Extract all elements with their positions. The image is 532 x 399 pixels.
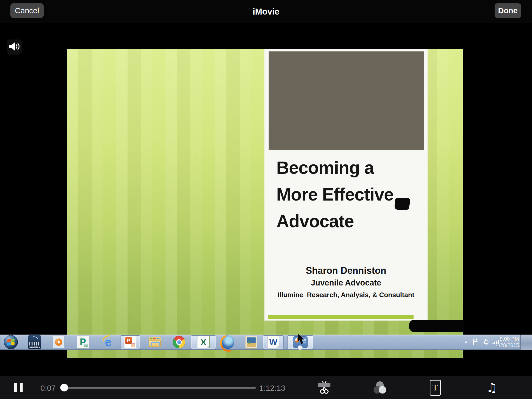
- slide-accent-bar: [268, 315, 414, 319]
- trim-button[interactable]: [317, 381, 331, 394]
- playback-bar: 0:07 1:12:13 T ♫: [0, 376, 532, 399]
- audio-overlay-button[interactable]: [7, 39, 22, 55]
- filters-icon: [373, 381, 387, 394]
- black-ribbon: [409, 320, 464, 332]
- current-time: 0:07: [38, 384, 58, 393]
- excel-taskbar-button: X: [191, 335, 216, 349]
- done-button[interactable]: Done: [495, 3, 521, 18]
- ie-icon: e: [102, 336, 115, 349]
- top-navigation-bar: iMovie Cancel Done: [0, 0, 532, 23]
- scrubber-track[interactable]: [64, 387, 256, 389]
- slide-image-placeholder: [269, 51, 424, 150]
- scrubber-knob[interactable]: [60, 384, 68, 391]
- powerpoint-taskbar-button: P: [120, 335, 140, 349]
- windows-logo-icon: [4, 335, 18, 349]
- play-icon: [58, 340, 61, 344]
- imovie-screen: iMovie Cancel Done Becoming a More Effec…: [0, 0, 532, 399]
- publisher-icon: P: [76, 336, 89, 349]
- tray-time: 8:00 PM: [480, 336, 519, 342]
- filters-button[interactable]: [373, 381, 387, 394]
- music-button[interactable]: ♫: [485, 381, 498, 394]
- highlight-cursor-blob: [394, 198, 410, 210]
- chrome-icon: [172, 336, 185, 349]
- tray-expand-icon: ▲: [464, 339, 468, 344]
- pause-button[interactable]: [14, 383, 23, 392]
- page-title: iMovie: [0, 0, 532, 23]
- windows-taskbar: 4GWiMAX P e P: [0, 335, 532, 350]
- slide-title-line: Becoming a: [276, 154, 394, 181]
- slide-title-line: More Effective: [276, 181, 394, 208]
- explorer-folder-icon: [148, 336, 161, 349]
- slide-credits: Sharon Denniston Juvenile Advocate Illum…: [264, 265, 428, 300]
- media-player-icon: [52, 336, 65, 349]
- slide-title-line: Advocate: [276, 208, 394, 235]
- tray-flag-icon: [472, 338, 479, 347]
- speaker-icon: [8, 41, 21, 53]
- presenter-name: Sharon Denniston: [264, 265, 428, 276]
- music-note-icon: ♫: [486, 380, 497, 395]
- photo-viewer-icon: [245, 336, 257, 349]
- slide-title: Becoming a More Effective Advocate: [276, 154, 394, 235]
- word-taskbar-button: W: [263, 335, 284, 349]
- presenter-org: Illumine Research, Analysis, & Consultan…: [264, 289, 428, 300]
- tray-clock: 8:00 PM 4/28/2015: [480, 336, 519, 348]
- filmstrip-bar: [318, 383, 330, 387]
- wimax-label: 4GWiMAX: [28, 346, 41, 349]
- start-button: [3, 336, 19, 349]
- titles-icon: T: [430, 380, 441, 396]
- tray-date: 4/28/2015: [480, 342, 519, 348]
- mouse-cursor: [297, 333, 305, 346]
- presenter-role: Juvenile Advocate: [264, 276, 428, 289]
- wimax-icon: 4GWiMAX: [28, 336, 42, 349]
- firefox-icon: [220, 336, 235, 349]
- show-desktop-button: [520, 335, 532, 350]
- cancel-button[interactable]: Cancel: [10, 3, 44, 18]
- video-viewer: Becoming a More Effective Advocate Sharo…: [0, 23, 532, 376]
- titles-button[interactable]: T: [428, 381, 442, 394]
- total-time: 1:12:13: [259, 384, 285, 393]
- slide-panel: Becoming a More Effective Advocate Sharo…: [264, 49, 428, 321]
